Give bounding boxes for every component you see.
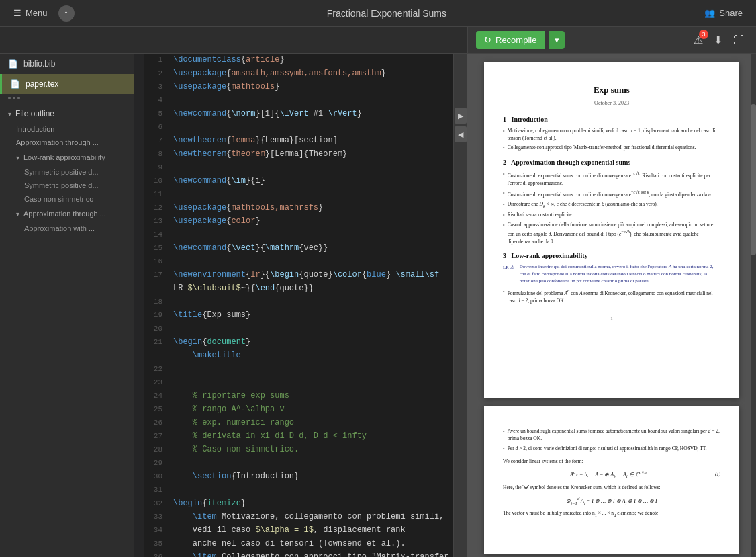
sidebar-item-approximation-through[interactable]: Approximation through ... — [0, 136, 134, 149]
top-bar-left: ☰ Menu ↑ — [8, 5, 75, 22]
fullscreen-icon: ⛶ — [733, 34, 744, 46]
code-line-13: 13 \usepackage{color} — [144, 215, 453, 228]
code-line-5: 5 \newcommand{\norm}[1]{\lVert #1 \rVert… — [144, 108, 453, 121]
pdf-date: October 3, 2023 — [503, 99, 720, 108]
code-line-2: 2 \usepackage{amsmath,amssymb,amsfonts,a… — [144, 67, 453, 81]
nav-right-button[interactable]: ▶ — [455, 108, 467, 124]
recompile-label: Recompile — [495, 35, 536, 45]
code-line-7: 7 \newtheorem{lemma}{Lemma}[section] — [144, 134, 453, 148]
app-title: Fractional Exponential Sums — [327, 8, 446, 19]
code-line-33: 33 \item Motivazione, collegamento con p… — [144, 511, 453, 524]
editor-content[interactable]: 1 \documentclass{article} 2 \usepackage{… — [144, 54, 453, 557]
menu-label: Menu — [26, 8, 48, 18]
pdf-bullet-2-3: • Dimostrare che Dk < ∞, e che è decresc… — [503, 200, 720, 209]
file-icon-tex: 📄 — [10, 79, 20, 89]
pdf-title: Exp sums — [503, 83, 720, 97]
pdf-bullet-2-1: • Costruzione di exponential sums con or… — [503, 170, 720, 187]
sidebar-item-approx-through[interactable]: ▾ Approximation through ... — [0, 206, 134, 222]
code-line-20: 20 — [144, 323, 453, 336]
sidebar-file-tex[interactable]: 📄 paper.tex — [0, 74, 134, 94]
fullscreen-button[interactable]: ⛶ — [729, 32, 748, 49]
menu-button[interactable]: ☰ Menu — [8, 5, 53, 21]
code-line-27: 27 % derivata in xi di D_d, D_d < infty — [144, 430, 453, 443]
sidebar-item-introduction[interactable]: Introduction — [0, 122, 134, 136]
share-icon: 👥 — [704, 8, 715, 18]
pdf-page2-formula-2: ⊕i=1d Ai = I ⊗ … ⊗ I ⊗ Ai ⊗ I ⊗ … ⊗ I — [503, 495, 720, 506]
sidebar-item-approx-through-label: Approximation through ... — [23, 210, 106, 218]
code-line-28: 28 % Caso non simmetrico. — [144, 443, 453, 457]
pdf-page2-body: The vector x must be initially indicated… — [503, 510, 720, 518]
code-line-17: 17 \newenvironment{lr}{\begin{quote}\col… — [144, 269, 453, 282]
preview-scrollbar-track[interactable] — [751, 54, 756, 557]
chevron-down-icon-3: ▾ — [16, 210, 19, 218]
code-line-24: 24 % riportare exp sums — [144, 390, 453, 403]
editor-container: 1 \documentclass{article} 2 \usepackage{… — [134, 54, 467, 557]
recompile-dropdown-button[interactable]: ▾ — [549, 31, 565, 49]
outline-header[interactable]: ▾ File outline — [0, 105, 134, 122]
file-icon-bib: 📄 — [8, 59, 18, 69]
warnings-button[interactable]: ⚠ 3 — [690, 31, 707, 49]
code-line-29: 29 — [144, 457, 453, 470]
outline-header-label: File outline — [15, 109, 54, 118]
code-line-21: 21 \begin{document} — [144, 336, 453, 349]
main-area: 📄 biblio.bib 📄 paper.tex ▾ File outline … — [0, 54, 756, 557]
pdf-bullet-2-5: • Caso di approssimazione della funzione… — [503, 221, 720, 245]
pdf-bullet-2-2: • Costruzione di exponential sums con or… — [503, 189, 720, 198]
download-button[interactable]: ⬇ — [710, 31, 726, 49]
sidebar-item-approx-with[interactable]: Approximation with ... — [0, 222, 134, 235]
nav-arrows: ▶ ◀ — [454, 54, 467, 557]
code-line-19: 19 \title{Exp sums} — [144, 309, 453, 323]
pdf-page2-bullet-2: • Per d > 2, ci sono varie definizioni d… — [503, 445, 720, 453]
top-bar-right: 👥 Share — [699, 5, 748, 21]
code-line-10: 10 \newcommand{\im}{i} — [144, 175, 453, 188]
pdf-section-3: 3 Low-rank approximability — [503, 251, 720, 261]
sidebar-filename-tex: paper.tex — [26, 79, 58, 89]
code-line-32: 32 \begin{itemize} — [144, 497, 453, 511]
top-bar: ☰ Menu ↑ Fractional Exponential Sums 👥 S… — [0, 0, 756, 27]
code-line-35: 35 anche nel caso di tensori (Townsend e… — [144, 538, 453, 551]
sidebar-item-low-rank[interactable]: ▾ Low-rank approximability — [0, 149, 134, 165]
sidebar-file-bib[interactable]: 📄 biblio.bib — [0, 54, 134, 74]
pdf-section-1: 1 Introduction — [503, 114, 720, 124]
editor-area: 1 \documentclass{article} 2 \usepackage{… — [144, 54, 454, 557]
code-line-1: 1 \documentclass{article} — [144, 54, 453, 67]
pdf-bullet-1-1: • Motivazione, collegamento con problemi… — [503, 127, 720, 142]
preview-scrollbar-thumb[interactable] — [751, 104, 756, 255]
nav-left-button[interactable]: ◀ — [455, 126, 467, 142]
code-line-9: 9 — [144, 161, 453, 175]
file-outline-section: ▾ File outline Introduction Approximatio… — [0, 102, 134, 238]
recompile-button[interactable]: ↻ Recompile — [476, 31, 545, 49]
warning-badge: 3 — [699, 30, 708, 39]
pdf-toolbar: ↻ Recompile ▾ ⚠ 3 ⬇ ⛶ — [467, 27, 756, 54]
chevron-down-icon-2: ▾ — [16, 154, 19, 161]
code-line-26: 26 % exp. numerici rango — [144, 417, 453, 430]
pdf-page2-formula-intro: We consider linear systems of the form: — [503, 458, 720, 466]
code-line-11: 11 — [144, 188, 453, 202]
share-button[interactable]: 👥 Share — [699, 5, 748, 21]
pdf-page-1: Exp sums October 3, 2023 1 Introduction … — [484, 62, 739, 398]
menu-icon: ☰ — [13, 8, 21, 18]
pdf-bullet-1-2: • Collegamento con approcci tipo 'Matrix… — [503, 144, 720, 152]
pdf-warning-block: LR ⚠ Dovremo inserire qui dei commenti s… — [503, 263, 720, 285]
code-line-21b: \maketitle — [144, 349, 453, 363]
code-line-14: 14 — [144, 228, 453, 242]
sidebar-item-caso-non[interactable]: Caso non simmetrico — [0, 192, 134, 206]
toolbar-left: ↻ Recompile ▾ — [476, 31, 565, 49]
pdf-section-2: 2 Approximation through exponential sums — [503, 157, 720, 167]
code-line-15: 15 \newcommand{\vect}{\mathrm{vec}} — [144, 242, 453, 255]
sidebar-item-sym-pos-2[interactable]: Symmetric positive d... — [0, 179, 134, 192]
pdf-page2-bullet-1: • Avere un bound sugli exponential sums … — [503, 427, 720, 443]
editor-gutter — [134, 54, 144, 557]
pdf-preview-area: Exp sums October 3, 2023 1 Introduction … — [467, 54, 756, 557]
sidebar: 📄 biblio.bib 📄 paper.tex ▾ File outline … — [0, 54, 134, 557]
code-line-36: 36 \item Collegamento con approcci tipo … — [144, 551, 453, 557]
code-line-3: 3 \usepackage{mathtools} — [144, 81, 453, 94]
sidebar-item-sym-pos-1[interactable]: Symmetric positive d... — [0, 165, 134, 179]
sidebar-filename-bib: biblio.bib — [23, 59, 55, 69]
sidebar-dots — [0, 94, 134, 102]
chevron-down-icon: ▾ — [8, 110, 11, 118]
toolbar-right: ⚠ 3 ⬇ ⛶ — [690, 31, 748, 49]
code-line-16: 16 — [144, 255, 453, 269]
pdf-page2-formula-1: Aαx = b, A = ⊕ Ai, Ai ∈ ℂn×n. (1) — [503, 469, 720, 480]
recompile-icon: ↻ — [484, 35, 491, 45]
